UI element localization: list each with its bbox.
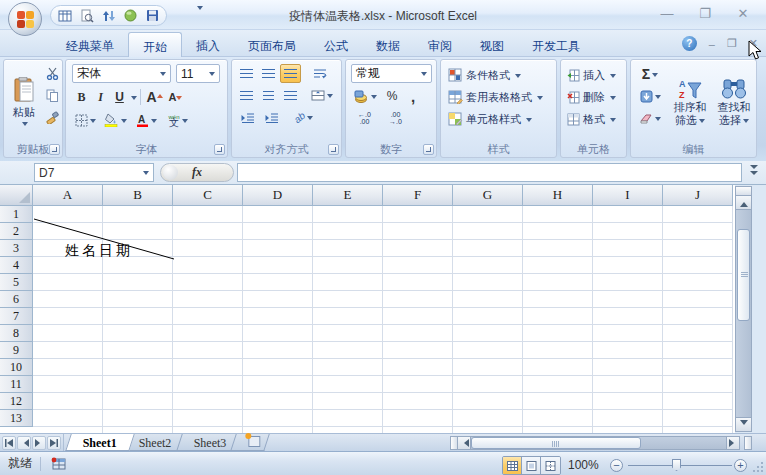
- scroll-right-button[interactable]: [727, 436, 740, 450]
- comma-style-button[interactable]: ,: [404, 87, 422, 105]
- fill-button[interactable]: [636, 87, 664, 105]
- underline-dropdown-icon[interactable]: [131, 96, 137, 103]
- cell-styles-button[interactable]: 单元格样式: [446, 109, 534, 129]
- align-middle-button[interactable]: [258, 64, 279, 83]
- grow-font-button[interactable]: A: [144, 88, 165, 107]
- align-right-button[interactable]: [280, 86, 301, 105]
- accounting-format-button[interactable]: [351, 87, 380, 105]
- row-header[interactable]: 6: [0, 291, 33, 308]
- normal-view-button[interactable]: [503, 457, 522, 474]
- row-header[interactable]: 8: [0, 325, 33, 342]
- row-header[interactable]: 9: [0, 342, 33, 359]
- help-button[interactable]: ?: [682, 36, 697, 51]
- vertical-split-handle[interactable]: [736, 187, 751, 196]
- tab-page-layout[interactable]: 页面布局: [234, 33, 310, 57]
- autosum-button[interactable]: Σ: [636, 65, 664, 83]
- merge-center-button[interactable]: [307, 86, 337, 105]
- page-layout-view-button[interactable]: [522, 457, 541, 474]
- decrease-indent-button[interactable]: [236, 108, 259, 127]
- zoom-out-button[interactable]: −: [610, 459, 623, 472]
- percent-style-button[interactable]: %: [380, 87, 404, 105]
- next-sheet-button[interactable]: [32, 436, 46, 450]
- column-header[interactable]: H: [523, 185, 593, 206]
- insert-function-button[interactable]: fx: [160, 163, 234, 182]
- formula-input[interactable]: [237, 163, 742, 182]
- row-header[interactable]: 11: [0, 376, 33, 393]
- alignment-dialog-launcher[interactable]: [328, 144, 339, 155]
- clear-button[interactable]: [636, 109, 664, 127]
- decrease-decimal-button[interactable]: .00→.0: [382, 109, 409, 127]
- column-header[interactable]: J: [663, 185, 733, 206]
- cell-area[interactable]: [33, 206, 733, 433]
- phonetic-guide-button[interactable]: wén 文: [163, 111, 193, 130]
- font-name-select[interactable]: 宋体: [72, 64, 171, 83]
- increase-decimal-button[interactable]: ←.0.00: [351, 109, 378, 127]
- row-header[interactable]: 10: [0, 359, 33, 376]
- column-header[interactable]: C: [173, 185, 243, 206]
- column-header[interactable]: B: [103, 185, 173, 206]
- tab-insert[interactable]: 插入: [182, 33, 234, 57]
- increase-indent-button[interactable]: [260, 108, 283, 127]
- borders-button[interactable]: [72, 111, 98, 130]
- horizontal-split-handle-right[interactable]: [744, 436, 752, 450]
- zoom-in-button[interactable]: +: [734, 459, 747, 472]
- insert-worksheet-button[interactable]: [231, 434, 271, 451]
- italic-button[interactable]: I: [91, 88, 110, 107]
- tab-home[interactable]: 开始: [128, 32, 182, 57]
- align-top-button[interactable]: [236, 64, 257, 83]
- conditional-formatting-button[interactable]: 条件格式: [446, 65, 523, 85]
- office-button[interactable]: [8, 2, 42, 36]
- window-close-button[interactable]: ✕: [732, 6, 754, 21]
- align-bottom-button[interactable]: [280, 64, 301, 83]
- doc-restore-button[interactable]: ❐: [727, 37, 737, 50]
- font-size-select[interactable]: 11: [176, 64, 220, 83]
- number-dialog-launcher[interactable]: [423, 144, 434, 155]
- insert-cells-button[interactable]: 插入: [565, 65, 618, 85]
- select-all-button[interactable]: [0, 185, 33, 206]
- font-dialog-launcher[interactable]: [214, 144, 225, 155]
- orientation-button[interactable]: ab: [287, 108, 320, 127]
- number-format-select[interactable]: 常规: [351, 64, 432, 83]
- format-cells-button[interactable]: 格式: [565, 109, 618, 129]
- paste-button[interactable]: 粘贴: [7, 64, 41, 140]
- scroll-left-button[interactable]: [458, 436, 471, 450]
- macro-record-button[interactable]: [49, 456, 67, 471]
- window-maximize-button[interactable]: ❐: [694, 6, 716, 21]
- shrink-font-button[interactable]: A: [165, 88, 186, 107]
- column-header[interactable]: F: [383, 185, 453, 206]
- tab-review[interactable]: 审阅: [414, 33, 466, 57]
- column-header[interactable]: E: [313, 185, 383, 206]
- zoom-slider-handle[interactable]: [672, 459, 681, 471]
- column-header[interactable]: D: [243, 185, 313, 206]
- expand-formula-bar-button[interactable]: [746, 165, 762, 181]
- cut-button[interactable]: [44, 65, 61, 82]
- row-header[interactable]: 7: [0, 308, 33, 325]
- zoom-level[interactable]: 100%: [568, 458, 599, 472]
- underline-button[interactable]: U: [110, 88, 129, 107]
- sheet-tab-sheet1[interactable]: Sheet1: [65, 434, 135, 451]
- copy-button[interactable]: [44, 87, 61, 104]
- resize-grip[interactable]: [751, 460, 764, 473]
- horizontal-split-handle[interactable]: [450, 436, 458, 450]
- scroll-down-button[interactable]: [736, 417, 751, 431]
- page-break-view-button[interactable]: [541, 457, 560, 474]
- column-header[interactable]: I: [593, 185, 663, 206]
- row-header[interactable]: 5: [0, 274, 33, 291]
- bold-button[interactable]: B: [72, 88, 91, 107]
- scroll-up-button[interactable]: [736, 196, 751, 210]
- tab-developer[interactable]: 开发工具: [518, 33, 594, 57]
- last-sheet-button[interactable]: [47, 436, 61, 450]
- row-header[interactable]: 12: [0, 393, 33, 410]
- column-header[interactable]: A: [33, 185, 103, 206]
- tab-classic-menu[interactable]: 经典菜单: [52, 33, 128, 57]
- name-box[interactable]: D7: [34, 163, 154, 182]
- tab-formulas[interactable]: 公式: [310, 33, 362, 57]
- delete-cells-button[interactable]: 删除: [565, 87, 618, 107]
- horizontal-scroll-track[interactable]: [471, 436, 727, 450]
- row-header[interactable]: 3: [0, 240, 33, 257]
- format-as-table-button[interactable]: 套用表格格式: [446, 87, 545, 107]
- format-painter-button[interactable]: [44, 109, 61, 126]
- horizontal-scroll-thumb[interactable]: [471, 437, 641, 449]
- row-header[interactable]: 13: [0, 410, 33, 427]
- window-minimize-button[interactable]: —: [656, 6, 678, 21]
